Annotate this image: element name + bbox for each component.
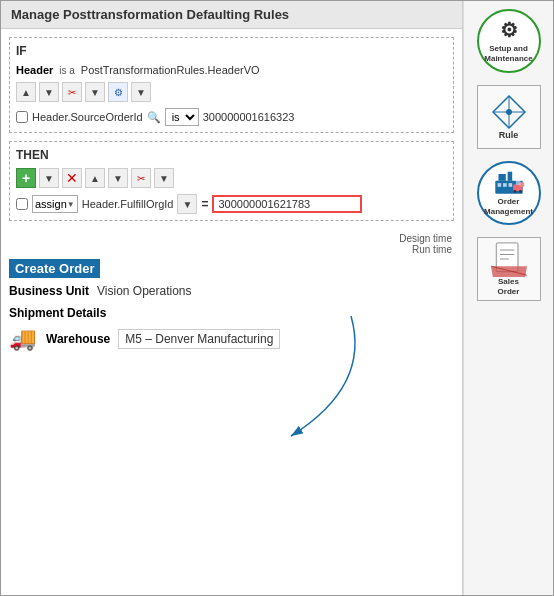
- if-toolbar-dropdown-1[interactable]: ▼: [85, 82, 105, 102]
- if-toolbar: ▲ ▼ ✂ ▼ ⚙ ▼: [16, 82, 447, 102]
- then-rule-checkbox[interactable]: [16, 198, 28, 210]
- sales-order-label: SalesOrder: [498, 277, 520, 296]
- run-time-label: Run time: [412, 244, 452, 255]
- shipment-details-title: Shipment Details: [9, 306, 454, 320]
- design-time-label: Design time: [399, 233, 452, 244]
- then-add-button[interactable]: +: [16, 168, 36, 188]
- business-unit-label: Business Unit: [9, 284, 89, 298]
- rule-label: Rule: [499, 130, 519, 140]
- if-rule-field: Header.SourceOrderId: [32, 111, 143, 123]
- if-rule-row: Header.SourceOrderId 🔍 is 30000000161632…: [16, 108, 447, 126]
- svg-point-4: [506, 109, 512, 115]
- condition-label: Header: [16, 64, 53, 76]
- setup-icon: ⚙: [500, 18, 518, 42]
- warehouse-label: Warehouse: [46, 332, 110, 346]
- left-panel: Manage Posttransformation Defaulting Rul…: [1, 1, 463, 595]
- create-order-section: Create Order Business Unit Vision Operat…: [1, 255, 462, 356]
- svg-marker-16: [515, 177, 520, 180]
- warehouse-row: Warehouse M5 – Denver Manufacturing: [46, 329, 280, 349]
- then-assign-dropdown-arrow: ▼: [67, 200, 75, 209]
- then-rule-field: Header.FulfillOrgId: [82, 198, 174, 210]
- if-toolbar-cut[interactable]: ✂: [62, 82, 82, 102]
- order-management-icon: [493, 169, 525, 195]
- if-section: IF Header is a PostTransformationRules.H…: [9, 37, 454, 133]
- rule-card[interactable]: Rule: [477, 85, 541, 149]
- then-label: THEN: [16, 148, 447, 162]
- svg-rect-7: [507, 172, 512, 181]
- if-rule-operator[interactable]: is: [165, 108, 199, 126]
- svg-rect-10: [508, 184, 512, 188]
- if-rule-checkbox[interactable]: [16, 111, 28, 123]
- then-dropdown-btn-2[interactable]: ▼: [154, 168, 174, 188]
- time-labels: Design time Run time: [1, 233, 462, 255]
- if-toolbar-up[interactable]: ▲: [16, 82, 36, 102]
- shipment-row: 🚚 Warehouse M5 – Denver Manufacturing: [9, 326, 454, 352]
- if-toolbar-dropdown-2[interactable]: ▼: [131, 82, 151, 102]
- svg-rect-9: [503, 184, 507, 188]
- then-toolbar: + ▼ ✕ ▲ ▼ ✂ ▼: [16, 168, 447, 188]
- then-assign-label: assign: [35, 198, 67, 210]
- then-field-dropdown[interactable]: ▼: [177, 194, 197, 214]
- main-container: Manage Posttransformation Defaulting Rul…: [0, 0, 554, 596]
- if-toolbar-settings[interactable]: ⚙: [108, 82, 128, 102]
- page-title: Manage Posttransformation Defaulting Rul…: [1, 1, 462, 29]
- if-toolbar-down[interactable]: ▼: [39, 82, 59, 102]
- then-rule-value[interactable]: [212, 195, 362, 213]
- condition-is-a-text: is a: [59, 65, 75, 76]
- if-rule-search-icon[interactable]: 🔍: [147, 111, 161, 124]
- order-management-btn[interactable]: OrderManagement: [477, 161, 541, 225]
- if-label: IF: [16, 44, 447, 58]
- setup-maintenance-label: Setup andMaintenance: [484, 44, 532, 63]
- svg-rect-6: [498, 174, 505, 181]
- truck-icon: 🚚: [9, 326, 36, 352]
- business-unit-value: Vision Operations: [97, 284, 192, 298]
- business-unit-row: Business Unit Vision Operations: [9, 284, 454, 298]
- order-management-label: OrderManagement: [484, 197, 533, 216]
- then-section: THEN + ▼ ✕ ▲ ▼ ✂ ▼ assign ▼ Header.Fulfi…: [9, 141, 454, 221]
- create-order-title: Create Order: [9, 259, 100, 278]
- then-down-button[interactable]: ▼: [108, 168, 128, 188]
- if-rule-value: 300000001616323: [203, 111, 295, 123]
- sales-order-icon: [491, 241, 527, 277]
- condition-vo: PostTransformationRules.HeaderVO: [81, 64, 260, 76]
- svg-rect-8: [497, 184, 501, 188]
- then-dropdown-btn[interactable]: ▼: [39, 168, 59, 188]
- then-delete-button[interactable]: ✕: [62, 168, 82, 188]
- right-panel: ⚙ Setup andMaintenance Rule: [463, 1, 553, 595]
- then-up-button[interactable]: ▲: [85, 168, 105, 188]
- sales-order-card[interactable]: SalesOrder: [477, 237, 541, 301]
- svg-point-14: [519, 190, 522, 193]
- svg-marker-15: [515, 180, 520, 185]
- then-equals: =: [201, 197, 208, 211]
- setup-maintenance-btn[interactable]: ⚙ Setup andMaintenance: [477, 9, 541, 73]
- svg-point-13: [513, 190, 516, 193]
- then-assign-dropdown[interactable]: assign ▼: [32, 195, 78, 213]
- condition-header-row: Header is a PostTransformationRules.Head…: [16, 64, 447, 76]
- page-title-text: Manage Posttransformation Defaulting Rul…: [11, 7, 289, 22]
- rule-icon: [491, 94, 527, 130]
- then-cut-button[interactable]: ✂: [131, 168, 151, 188]
- warehouse-value: M5 – Denver Manufacturing: [118, 329, 280, 349]
- then-rule-row: assign ▼ Header.FulfillOrgId ▼ =: [16, 194, 447, 214]
